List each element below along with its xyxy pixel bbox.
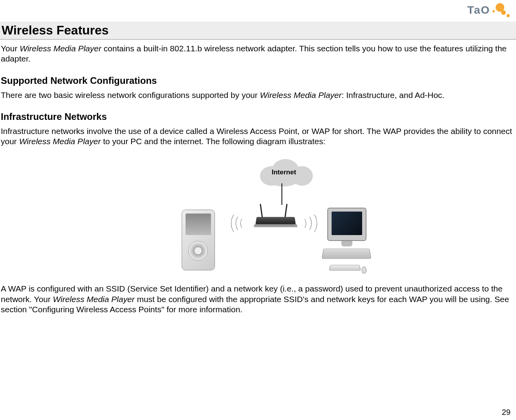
infrastructure-paragraph: Infrastructure networks involve the use … bbox=[1, 126, 516, 147]
page-title: Wireless Features bbox=[0, 22, 516, 40]
text: There are two basic wireless network con… bbox=[1, 91, 260, 100]
wireless-signal-left-icon bbox=[228, 214, 251, 237]
section-heading-supported: Supported Network Configurations bbox=[1, 75, 516, 86]
supported-paragraph: There are two basic wireless network con… bbox=[1, 90, 516, 100]
brand-logo-dots-icon bbox=[493, 2, 512, 18]
media-player-icon bbox=[182, 210, 215, 270]
page-number: 29 bbox=[502, 408, 511, 417]
network-diagram: Internet bbox=[154, 157, 362, 274]
router-icon bbox=[248, 204, 303, 231]
product-name: Wireless Media Player bbox=[20, 44, 101, 53]
wireless-signal-right-icon bbox=[299, 214, 323, 237]
pc-icon bbox=[323, 208, 370, 274]
product-name: Wireless Media Player bbox=[260, 91, 342, 100]
text: to your PC and the internet. The followi… bbox=[101, 137, 325, 146]
text: Your bbox=[1, 44, 20, 53]
wap-config-paragraph: A WAP is configured with an SSID (Servic… bbox=[1, 284, 516, 315]
product-name: Wireless Media Player bbox=[53, 295, 135, 304]
intro-paragraph: Your Wireless Media Player contains a bu… bbox=[1, 43, 516, 64]
brand-logo: TaO bbox=[467, 2, 512, 18]
product-name: Wireless Media Player bbox=[19, 137, 101, 146]
page-header: TaO bbox=[0, 0, 516, 22]
brand-logo-text: TaO bbox=[467, 4, 490, 16]
section-heading-infrastructure: Infrastructure Networks bbox=[1, 111, 516, 122]
internet-cloud-icon: Internet bbox=[260, 157, 315, 192]
text: : Infrastructure, and Ad-Hoc. bbox=[342, 91, 445, 100]
cloud-label: Internet bbox=[272, 168, 296, 176]
